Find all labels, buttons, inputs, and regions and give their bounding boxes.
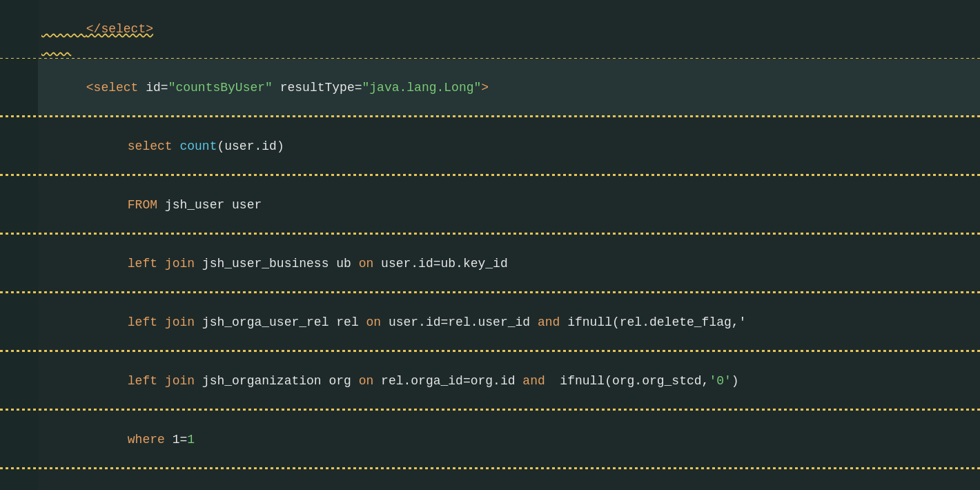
token: jsh_user_business ub [202, 257, 359, 271]
token: '0' [709, 374, 731, 388]
token: id [262, 139, 277, 153]
token: user [232, 198, 262, 212]
line-3: select count(user.id) [0, 117, 980, 176]
token: "countsByUser" [168, 81, 273, 95]
token: user.id=ub.key_id [381, 257, 508, 271]
code-editor: </select> <select id="countsByUser" resu… [0, 0, 980, 490]
line-6: left join jsh_orga_user_rel rel on user.… [0, 293, 980, 352]
token: "java.lang.Long" [362, 81, 482, 95]
token: jsh_orga_user_rel rel [202, 315, 366, 329]
token: rel.orga_id=org.id [381, 374, 522, 388]
token: FROM [128, 198, 165, 212]
token: and [522, 374, 545, 388]
token: left [128, 374, 165, 388]
token: ifnull(rel.delete_flag,' [567, 315, 746, 329]
token: count [179, 139, 217, 153]
token: where [128, 433, 173, 447]
token: <select [86, 81, 146, 95]
token: ) [732, 374, 739, 388]
token: join [165, 315, 202, 329]
token: id= [146, 81, 168, 95]
token: user.id=rel.user_id [389, 315, 538, 329]
token: = [179, 433, 187, 447]
token: 1 [187, 433, 195, 447]
line-2: <select id="countsByUser" resultType="ja… [0, 59, 980, 117]
token: > [481, 81, 489, 95]
token: ifnull(org.org_stcd, [545, 374, 709, 388]
token: (user. [217, 139, 262, 153]
token: ) [277, 139, 284, 153]
line-8: where 1=1 [0, 411, 980, 469]
line-1: </select> [0, 0, 980, 59]
token: on [359, 374, 381, 388]
token: left [128, 315, 165, 329]
line-7: left join jsh_organization org on rel.or… [0, 352, 980, 411]
token: select [128, 139, 180, 153]
line-4: FROM jsh_user user [0, 176, 980, 235]
line-9: and ifnull(user.status,'0') not in('1','… [0, 469, 980, 490]
token: </select> [86, 22, 153, 36]
token: jsh_organization org [202, 374, 359, 388]
token: on [359, 257, 381, 271]
token: left [128, 257, 165, 271]
token: resultType= [273, 81, 362, 95]
line-5: left join jsh_user_business ub on user.i… [0, 235, 980, 293]
token: join [165, 374, 202, 388]
token: join [165, 257, 202, 271]
token: 1 [173, 433, 180, 447]
token: jsh_user [165, 198, 232, 212]
token: and [538, 315, 567, 329]
token: on [366, 315, 388, 329]
